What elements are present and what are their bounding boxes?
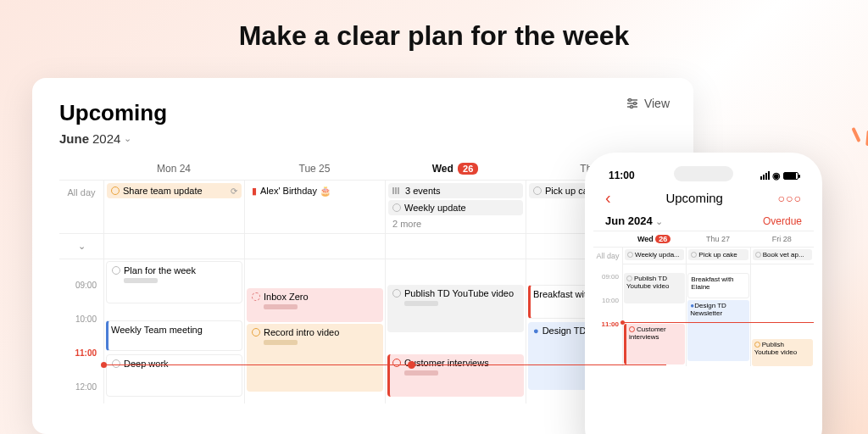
- month-selector[interactable]: June 2024 ⌄: [59, 131, 131, 146]
- allday-events-summary[interactable]: 3 events: [388, 183, 523, 198]
- allday-event[interactable]: ▮Alex' Birthday 🎂: [248, 183, 382, 199]
- allday-event[interactable]: Share team update⟳: [107, 183, 242, 198]
- day-column-wed[interactable]: Publish TD YouTube video Customer interv…: [385, 259, 526, 403]
- mobile-day-col-thu[interactable]: Breakfast with Elaine ●Design TD Newslet…: [686, 264, 749, 366]
- mobile-allday-event[interactable]: Book vet ap...: [753, 249, 812, 260]
- signal-icon: [760, 171, 770, 180]
- mobile-event[interactable]: Breakfast with Elaine: [687, 273, 748, 298]
- mobile-month-selector[interactable]: Jun 2024 ⌄: [605, 214, 663, 227]
- day-header-wed[interactable]: Wed 26: [385, 158, 526, 181]
- mobile-time-gutter: 09:00 10:00 11:00: [593, 264, 622, 366]
- sliders-icon: [626, 97, 639, 110]
- event-block[interactable]: Plan for the week: [106, 261, 242, 303]
- chevron-down-icon: ⌄: [124, 133, 131, 144]
- back-button[interactable]: ‹: [605, 188, 611, 208]
- event-block[interactable]: Customer interviews: [387, 354, 524, 397]
- mobile-day-col-fri[interactable]: Publish Youtube video: [750, 264, 814, 366]
- more-events[interactable]: 2 more: [388, 217, 523, 231]
- mobile-event[interactable]: Customer interviews: [624, 324, 685, 364]
- event-block[interactable]: Weekly Team meeting: [106, 320, 242, 351]
- event-block[interactable]: Deep work: [106, 354, 242, 397]
- mobile-allday-event[interactable]: Pick up cake: [688, 249, 748, 260]
- allday-event[interactable]: Weekly update: [388, 200, 523, 215]
- day-column-mon[interactable]: Plan for the week Weekly Team meeting De…: [103, 259, 244, 403]
- mobile-allday-label: All day: [593, 248, 622, 264]
- day-header-tue[interactable]: Tue 25: [244, 158, 385, 181]
- event-block[interactable]: Record intro video: [247, 324, 383, 392]
- day-header-mon[interactable]: Mon 24: [103, 158, 244, 181]
- time-gutter: 09:00 10:00 11:00 12:00: [59, 259, 103, 403]
- phone-notch: [674, 166, 733, 181]
- svg-point-4: [633, 103, 636, 105]
- mobile-title: Upcoming: [665, 191, 723, 205]
- current-time-indicator: [103, 364, 666, 365]
- expand-allday[interactable]: ⌄: [59, 234, 103, 259]
- more-menu[interactable]: ○○○: [778, 192, 802, 205]
- mobile-event[interactable]: Publish Youtube video: [752, 339, 813, 366]
- mobile-day-thu[interactable]: Thu 27: [686, 231, 749, 248]
- status-time: 11:00: [609, 170, 635, 181]
- mobile-day-wed[interactable]: Wed 26: [622, 231, 686, 248]
- page-title: Upcoming: [59, 100, 666, 126]
- mobile-event[interactable]: ●Design TD Newsletter: [687, 300, 748, 361]
- mobile-day-fri[interactable]: Fri 28: [750, 231, 814, 248]
- wifi-icon: ◉: [772, 170, 781, 181]
- mobile-now-line: [622, 322, 814, 323]
- overdue-link[interactable]: Overdue: [763, 215, 802, 227]
- allday-label: All day: [59, 181, 103, 234]
- battery-icon: [783, 172, 798, 180]
- svg-point-5: [630, 106, 632, 108]
- event-block[interactable]: Inbox Zero: [247, 288, 383, 322]
- recurring-icon: ⟳: [231, 186, 237, 196]
- svg-point-3: [628, 99, 631, 102]
- day-column-tue[interactable]: Inbox Zero Record intro video: [244, 259, 385, 403]
- mobile-event[interactable]: Publish TD Youtube video: [624, 273, 685, 303]
- page-headline: Make a clear plan for the week: [0, 0, 868, 67]
- mobile-calendar-window: 11:00 ◉ ‹ Upcoming ○○○ Jun 2024 ⌄ Overdu…: [585, 153, 822, 434]
- event-block[interactable]: Publish TD YouTube video: [387, 285, 524, 332]
- view-button[interactable]: View: [626, 97, 670, 110]
- mobile-day-col-wed[interactable]: Publish TD Youtube video Customer interv…: [622, 264, 686, 366]
- today-badge: 26: [458, 163, 478, 175]
- mobile-allday-event[interactable]: Weekly upda...: [625, 249, 684, 260]
